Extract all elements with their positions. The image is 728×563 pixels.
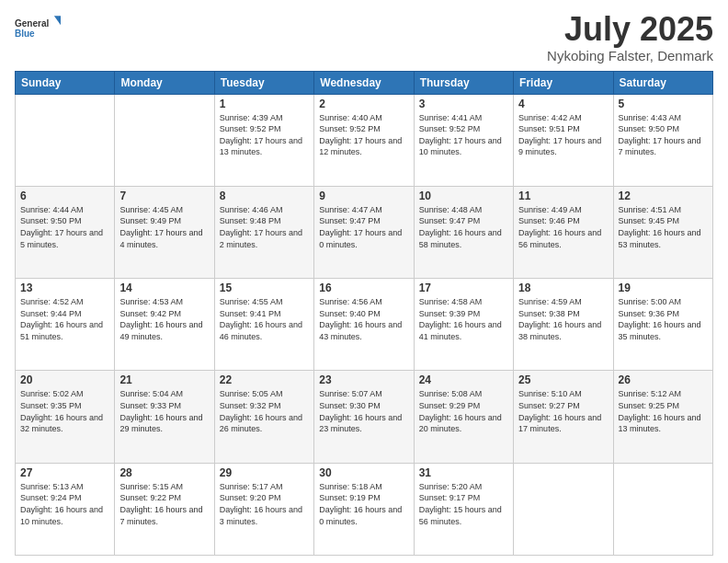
day-number: 30 [319,466,408,479]
day-number: 18 [518,282,608,294]
day-info: Sunrise: 4:46 AM Sunset: 9:48 PM Dayligh… [220,204,309,250]
day-info: Sunrise: 4:49 AM Sunset: 9:46 PM Dayligh… [518,204,608,250]
calendar-cell: 1Sunrise: 4:39 AM Sunset: 9:52 PM Daylig… [214,94,313,186]
day-number: 16 [319,282,408,294]
day-info: Sunrise: 4:52 AM Sunset: 9:44 PM Dayligh… [20,296,109,342]
day-info: Sunrise: 5:17 AM Sunset: 9:20 PM Dayligh… [220,481,309,527]
day-info: Sunrise: 4:40 AM Sunset: 9:52 PM Dayligh… [319,112,408,158]
calendar-cell: 29Sunrise: 5:17 AM Sunset: 9:20 PM Dayli… [214,463,313,555]
day-info: Sunrise: 5:15 AM Sunset: 9:22 PM Dayligh… [119,481,209,527]
day-info: Sunrise: 5:20 AM Sunset: 9:17 PM Dayligh… [419,481,508,527]
calendar-cell: 3Sunrise: 4:41 AM Sunset: 9:52 PM Daylig… [414,94,513,186]
day-info: Sunrise: 4:47 AM Sunset: 9:47 PM Dayligh… [319,204,408,250]
day-number: 17 [419,282,508,294]
day-number: 22 [220,373,309,386]
calendar-cell: 14Sunrise: 4:53 AM Sunset: 9:42 PM Dayli… [115,279,214,371]
day-info: Sunrise: 5:08 AM Sunset: 9:29 PM Dayligh… [419,388,508,434]
calendar-cell: 26Sunrise: 5:12 AM Sunset: 9:25 PM Dayli… [613,371,712,463]
calendar-cell: 10Sunrise: 4:48 AM Sunset: 9:47 PM Dayli… [414,186,513,278]
day-number: 8 [220,190,309,202]
calendar-cell: 30Sunrise: 5:18 AM Sunset: 9:19 PM Dayli… [314,463,414,555]
calendar-cell: 18Sunrise: 4:59 AM Sunset: 9:38 PM Dayli… [514,279,613,371]
day-number: 7 [119,190,209,202]
day-info: Sunrise: 5:18 AM Sunset: 9:19 PM Dayligh… [319,481,408,527]
calendar-cell: 25Sunrise: 5:10 AM Sunset: 9:27 PM Dayli… [514,371,613,463]
calendar-cell: 4Sunrise: 4:42 AM Sunset: 9:51 PM Daylig… [514,94,613,186]
day-number: 15 [220,282,309,294]
day-info: Sunrise: 5:00 AM Sunset: 9:36 PM Dayligh… [619,296,708,342]
day-number: 31 [419,466,508,479]
day-number: 23 [319,373,408,386]
day-info: Sunrise: 4:56 AM Sunset: 9:40 PM Dayligh… [319,296,408,342]
calendar-cell: 11Sunrise: 4:49 AM Sunset: 9:46 PM Dayli… [514,186,613,278]
calendar-week-5: 27Sunrise: 5:13 AM Sunset: 9:24 PM Dayli… [16,463,713,555]
svg-text:Blue: Blue [15,29,35,39]
logo: General Blue [15,11,61,44]
day-number: 9 [319,190,408,202]
day-number: 1 [220,98,309,110]
calendar-cell: 7Sunrise: 4:45 AM Sunset: 9:49 PM Daylig… [115,186,214,278]
logo-icon: General Blue [15,11,61,44]
calendar-header-row: SundayMondayTuesdayWednesdayThursdayFrid… [16,71,713,94]
day-info: Sunrise: 4:48 AM Sunset: 9:47 PM Dayligh… [419,204,508,250]
calendar-week-3: 13Sunrise: 4:52 AM Sunset: 9:44 PM Dayli… [16,279,713,371]
day-number: 3 [419,98,508,110]
day-info: Sunrise: 4:59 AM Sunset: 9:38 PM Dayligh… [518,296,608,342]
calendar-header-tuesday: Tuesday [214,71,313,94]
calendar-table: SundayMondayTuesdayWednesdayThursdayFrid… [15,71,713,556]
calendar-cell: 15Sunrise: 4:55 AM Sunset: 9:41 PM Dayli… [214,279,313,371]
day-info: Sunrise: 4:53 AM Sunset: 9:42 PM Dayligh… [119,296,209,342]
calendar-cell: 12Sunrise: 4:51 AM Sunset: 9:45 PM Dayli… [613,186,712,278]
calendar-cell: 24Sunrise: 5:08 AM Sunset: 9:29 PM Dayli… [414,371,513,463]
calendar-header-monday: Monday [115,71,214,94]
calendar-cell [16,94,115,186]
day-number: 6 [20,190,109,202]
calendar-cell: 27Sunrise: 5:13 AM Sunset: 9:24 PM Dayli… [16,463,115,555]
calendar-week-1: 1Sunrise: 4:39 AM Sunset: 9:52 PM Daylig… [16,94,713,186]
calendar-cell: 28Sunrise: 5:15 AM Sunset: 9:22 PM Dayli… [115,463,214,555]
day-info: Sunrise: 4:51 AM Sunset: 9:45 PM Dayligh… [619,204,708,250]
calendar-cell: 21Sunrise: 5:04 AM Sunset: 9:33 PM Dayli… [115,371,214,463]
day-number: 29 [220,466,309,479]
main-title: July 2025 [547,11,713,48]
svg-text:General: General [15,18,49,29]
calendar-header-friday: Friday [514,71,613,94]
day-info: Sunrise: 4:41 AM Sunset: 9:52 PM Dayligh… [419,112,508,158]
header: General Blue July 2025 Nykobing Falster,… [15,11,713,63]
calendar-cell: 22Sunrise: 5:05 AM Sunset: 9:32 PM Dayli… [214,371,313,463]
calendar-cell: 20Sunrise: 5:02 AM Sunset: 9:35 PM Dayli… [16,371,115,463]
day-number: 24 [419,373,508,386]
day-info: Sunrise: 4:45 AM Sunset: 9:49 PM Dayligh… [119,204,209,250]
calendar-cell: 2Sunrise: 4:40 AM Sunset: 9:52 PM Daylig… [314,94,414,186]
day-number: 19 [619,282,708,294]
calendar-cell: 5Sunrise: 4:43 AM Sunset: 9:50 PM Daylig… [613,94,712,186]
day-number: 2 [319,98,408,110]
day-info: Sunrise: 4:58 AM Sunset: 9:39 PM Dayligh… [419,296,508,342]
day-info: Sunrise: 4:55 AM Sunset: 9:41 PM Dayligh… [220,296,309,342]
calendar-cell: 6Sunrise: 4:44 AM Sunset: 9:50 PM Daylig… [16,186,115,278]
calendar-cell: 23Sunrise: 5:07 AM Sunset: 9:30 PM Dayli… [314,371,414,463]
day-number: 13 [20,282,109,294]
day-number: 27 [20,466,109,479]
calendar-cell: 17Sunrise: 4:58 AM Sunset: 9:39 PM Dayli… [414,279,513,371]
calendar-cell: 16Sunrise: 4:56 AM Sunset: 9:40 PM Dayli… [314,279,414,371]
day-info: Sunrise: 4:43 AM Sunset: 9:50 PM Dayligh… [619,112,708,158]
page: General Blue July 2025 Nykobing Falster,… [0,0,728,563]
calendar-header-wednesday: Wednesday [314,71,414,94]
day-number: 26 [619,373,708,386]
day-info: Sunrise: 4:44 AM Sunset: 9:50 PM Dayligh… [20,204,109,250]
day-number: 21 [119,373,209,386]
day-number: 12 [619,190,708,202]
calendar-cell: 13Sunrise: 4:52 AM Sunset: 9:44 PM Dayli… [16,279,115,371]
calendar-cell: 8Sunrise: 4:46 AM Sunset: 9:48 PM Daylig… [214,186,313,278]
calendar-cell [514,463,613,555]
calendar-week-2: 6Sunrise: 4:44 AM Sunset: 9:50 PM Daylig… [16,186,713,278]
calendar-cell: 9Sunrise: 4:47 AM Sunset: 9:47 PM Daylig… [314,186,414,278]
subtitle: Nykobing Falster, Denmark [547,48,713,63]
day-info: Sunrise: 5:07 AM Sunset: 9:30 PM Dayligh… [319,388,408,434]
day-number: 28 [119,466,209,479]
calendar-cell [115,94,214,186]
calendar-cell: 19Sunrise: 5:00 AM Sunset: 9:36 PM Dayli… [613,279,712,371]
calendar-cell: 31Sunrise: 5:20 AM Sunset: 9:17 PM Dayli… [414,463,513,555]
calendar-cell [613,463,712,555]
